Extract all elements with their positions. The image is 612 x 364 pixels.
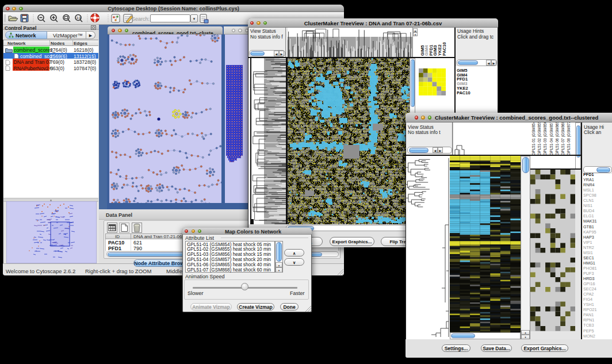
svg-text:PAC10: PAC10 xyxy=(442,42,447,56)
svg-text:GPL51-03 (GSM856): GPL51-03 (GSM856) xyxy=(543,122,548,155)
svg-text:GPL51-06 (GSM865): GPL51-06 (GSM865) xyxy=(555,122,560,155)
svg-text:GPL51-08 (GSM872): GPL51-08 (GSM872) xyxy=(567,122,571,155)
svg-text:GPL51-01 (GSM854): GPL51-01 (GSM854) xyxy=(531,122,536,155)
svg-text:GPL51-04 (GSM857): GPL51-04 (GSM857) xyxy=(549,122,554,155)
svg-text:GPL51-02 (GSM855): GPL51-02 (GSM855) xyxy=(537,122,542,155)
svg-text:1:1: 1:1 xyxy=(76,16,81,20)
svg-text:GPL51-07 (GSM868): GPL51-07 (GSM868) xyxy=(561,122,565,155)
